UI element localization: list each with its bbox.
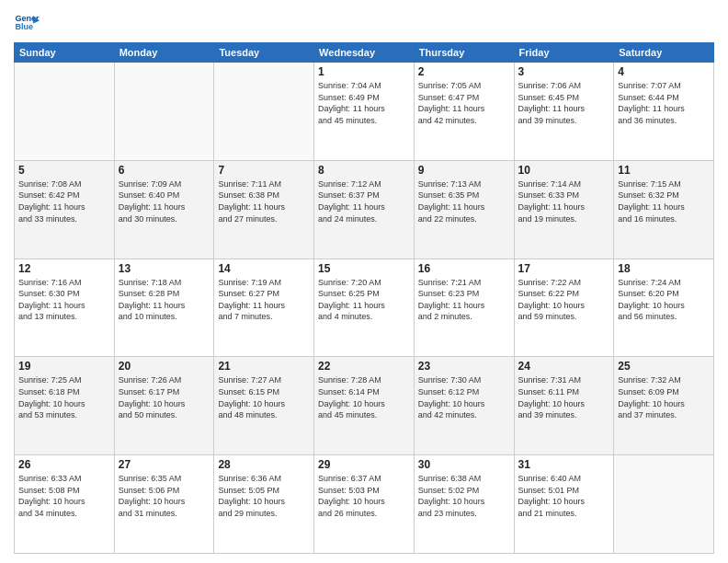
calendar-cell: 30Sunrise: 6:38 AM Sunset: 5:02 PM Dayli… [414,455,514,554]
weekday-header-row: SundayMondayTuesdayWednesdayThursdayFrid… [15,43,714,63]
day-number: 4 [618,65,710,78]
day-number: 7 [218,164,310,177]
day-number: 3 [518,65,610,78]
weekday-header-tuesday: Tuesday [214,43,314,63]
calendar-table: SundayMondayTuesdayWednesdayThursdayFrid… [14,42,714,554]
day-info: Sunrise: 6:40 AM Sunset: 5:01 PM Dayligh… [518,473,610,519]
day-info: Sunrise: 6:36 AM Sunset: 5:05 PM Dayligh… [218,473,310,519]
day-number: 28 [218,458,310,471]
day-info: Sunrise: 6:38 AM Sunset: 5:02 PM Dayligh… [418,473,510,519]
day-number: 15 [318,262,410,275]
calendar-cell: 23Sunrise: 7:30 AM Sunset: 6:12 PM Dayli… [414,357,514,455]
calendar-cell [114,63,214,161]
day-number: 6 [119,164,210,177]
calendar-cell: 29Sunrise: 6:37 AM Sunset: 5:03 PM Dayli… [314,455,415,554]
day-info: Sunrise: 7:08 AM Sunset: 6:42 PM Dayligh… [18,178,110,224]
day-number: 5 [18,164,110,177]
day-number: 22 [318,360,410,373]
weekday-header-thursday: Thursday [414,43,514,63]
day-info: Sunrise: 7:32 AM Sunset: 6:09 PM Dayligh… [618,374,710,420]
calendar-cell [15,63,115,161]
day-info: Sunrise: 7:04 AM Sunset: 6:49 PM Dayligh… [318,80,410,126]
day-number: 23 [418,360,510,373]
day-info: Sunrise: 7:19 AM Sunset: 6:27 PM Dayligh… [218,277,310,323]
calendar-cell: 7Sunrise: 7:11 AM Sunset: 6:38 PM Daylig… [214,160,314,259]
day-number: 25 [618,360,710,373]
calendar-week-row: 12Sunrise: 7:16 AM Sunset: 6:30 PM Dayli… [15,259,714,357]
day-number: 27 [119,458,210,471]
day-number: 10 [518,164,610,177]
day-number: 9 [418,164,510,177]
day-info: Sunrise: 7:25 AM Sunset: 6:18 PM Dayligh… [18,374,110,420]
calendar-cell: 2Sunrise: 7:05 AM Sunset: 6:47 PM Daylig… [414,63,514,161]
calendar-cell [214,63,314,161]
day-number: 20 [119,360,210,373]
day-number: 29 [318,458,410,471]
calendar-week-row: 26Sunrise: 6:33 AM Sunset: 5:08 PM Dayli… [15,455,714,554]
day-info: Sunrise: 7:15 AM Sunset: 6:32 PM Dayligh… [618,178,710,224]
day-info: Sunrise: 7:24 AM Sunset: 6:20 PM Dayligh… [618,277,710,323]
weekday-header-friday: Friday [514,43,614,63]
day-info: Sunrise: 7:11 AM Sunset: 6:38 PM Dayligh… [218,178,310,224]
calendar-week-row: 5Sunrise: 7:08 AM Sunset: 6:42 PM Daylig… [15,160,714,259]
calendar-cell: 20Sunrise: 7:26 AM Sunset: 6:17 PM Dayli… [114,357,214,455]
day-number: 13 [119,262,210,275]
day-number: 17 [518,262,610,275]
day-info: Sunrise: 7:26 AM Sunset: 6:17 PM Dayligh… [119,374,210,420]
calendar-cell: 24Sunrise: 7:31 AM Sunset: 6:11 PM Dayli… [514,357,614,455]
calendar-cell: 3Sunrise: 7:06 AM Sunset: 6:45 PM Daylig… [514,63,614,161]
calendar-cell: 14Sunrise: 7:19 AM Sunset: 6:27 PM Dayli… [214,259,314,357]
calendar-cell: 1Sunrise: 7:04 AM Sunset: 6:49 PM Daylig… [314,63,415,161]
day-number: 21 [218,360,310,373]
day-info: Sunrise: 7:20 AM Sunset: 6:25 PM Dayligh… [318,277,410,323]
calendar-cell: 8Sunrise: 7:12 AM Sunset: 6:37 PM Daylig… [314,160,415,259]
calendar-cell: 21Sunrise: 7:27 AM Sunset: 6:15 PM Dayli… [214,357,314,455]
calendar-cell: 28Sunrise: 6:36 AM Sunset: 5:05 PM Dayli… [214,455,314,554]
calendar-cell: 12Sunrise: 7:16 AM Sunset: 6:30 PM Dayli… [15,259,115,357]
page: General Blue SundayMondayTuesdayWednesda… [0,0,728,563]
day-number: 26 [18,458,110,471]
calendar-cell: 26Sunrise: 6:33 AM Sunset: 5:08 PM Dayli… [15,455,115,554]
day-number: 2 [418,65,510,78]
logo: General Blue [14,9,40,35]
day-info: Sunrise: 7:12 AM Sunset: 6:37 PM Dayligh… [318,178,410,224]
calendar-cell: 5Sunrise: 7:08 AM Sunset: 6:42 PM Daylig… [15,160,115,259]
calendar-cell: 6Sunrise: 7:09 AM Sunset: 6:40 PM Daylig… [114,160,214,259]
day-info: Sunrise: 7:31 AM Sunset: 6:11 PM Dayligh… [518,374,610,420]
day-info: Sunrise: 7:21 AM Sunset: 6:23 PM Dayligh… [418,277,510,323]
calendar-cell: 22Sunrise: 7:28 AM Sunset: 6:14 PM Dayli… [314,357,415,455]
calendar-cell: 11Sunrise: 7:15 AM Sunset: 6:32 PM Dayli… [614,160,714,259]
day-number: 12 [18,262,110,275]
weekday-header-monday: Monday [114,43,214,63]
day-info: Sunrise: 7:28 AM Sunset: 6:14 PM Dayligh… [318,374,410,420]
calendar-week-row: 19Sunrise: 7:25 AM Sunset: 6:18 PM Dayli… [15,357,714,455]
day-number: 8 [318,164,410,177]
day-number: 16 [418,262,510,275]
day-number: 24 [518,360,610,373]
calendar-cell: 4Sunrise: 7:07 AM Sunset: 6:44 PM Daylig… [614,63,714,161]
svg-text:Blue: Blue [15,22,33,31]
day-number: 31 [518,458,610,471]
calendar-cell: 31Sunrise: 6:40 AM Sunset: 5:01 PM Dayli… [514,455,614,554]
day-info: Sunrise: 7:05 AM Sunset: 6:47 PM Dayligh… [418,80,510,126]
day-info: Sunrise: 7:14 AM Sunset: 6:33 PM Dayligh… [518,178,610,224]
day-info: Sunrise: 6:33 AM Sunset: 5:08 PM Dayligh… [18,473,110,519]
day-info: Sunrise: 7:16 AM Sunset: 6:30 PM Dayligh… [18,277,110,323]
day-info: Sunrise: 6:37 AM Sunset: 5:03 PM Dayligh… [318,473,410,519]
calendar-cell: 10Sunrise: 7:14 AM Sunset: 6:33 PM Dayli… [514,160,614,259]
calendar-cell: 25Sunrise: 7:32 AM Sunset: 6:09 PM Dayli… [614,357,714,455]
calendar-cell: 16Sunrise: 7:21 AM Sunset: 6:23 PM Dayli… [414,259,514,357]
day-number: 11 [618,164,710,177]
calendar-cell: 27Sunrise: 6:35 AM Sunset: 5:06 PM Dayli… [114,455,214,554]
day-number: 30 [418,458,510,471]
day-number: 14 [218,262,310,275]
calendar-week-row: 1Sunrise: 7:04 AM Sunset: 6:49 PM Daylig… [15,63,714,161]
calendar-cell: 18Sunrise: 7:24 AM Sunset: 6:20 PM Dayli… [614,259,714,357]
header: General Blue [14,9,714,35]
calendar-cell [614,455,714,554]
day-info: Sunrise: 7:27 AM Sunset: 6:15 PM Dayligh… [218,374,310,420]
weekday-header-saturday: Saturday [614,43,714,63]
day-info: Sunrise: 7:13 AM Sunset: 6:35 PM Dayligh… [418,178,510,224]
day-number: 1 [318,65,410,78]
calendar-cell: 19Sunrise: 7:25 AM Sunset: 6:18 PM Dayli… [15,357,115,455]
